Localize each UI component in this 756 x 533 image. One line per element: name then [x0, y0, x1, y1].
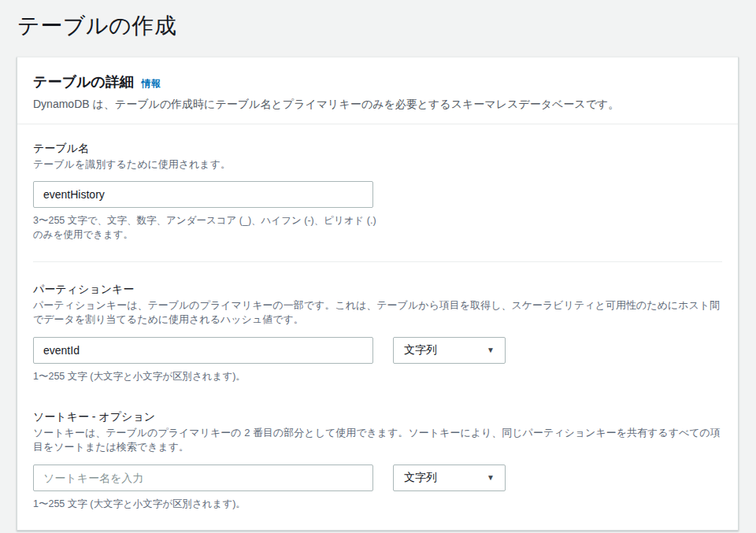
create-table-page: テーブルの作成 テーブルの詳細 情報 DynamoDB は、テーブルの作成時にテ… [0, 0, 756, 533]
sort-key-type-value: 文字列 [404, 471, 437, 485]
table-name-description: テーブルを識別するために使用されます。 [33, 157, 722, 172]
panel-body: テーブル名 テーブルを識別するために使用されます。 3〜255 文字で、文字、数… [17, 124, 738, 530]
sort-key-type-select[interactable]: 文字列 ▼ [393, 465, 506, 491]
partition-key-type-value: 文字列 [404, 343, 437, 357]
chevron-down-icon: ▼ [487, 346, 495, 354]
sort-key-field-group: ソートキー - オプション ソートキーは、テーブルのプライマリキーの 2 番目の… [33, 409, 722, 511]
sort-key-constraint: 1〜255 文字 (大文字と小文字が区別されます)。 [33, 497, 386, 511]
table-name-field-group: テーブル名 テーブルを識別するために使用されます。 3〜255 文字で、文字、数… [33, 140, 722, 242]
section-divider [33, 261, 722, 262]
table-name-input[interactable] [33, 181, 373, 208]
chevron-down-icon: ▼ [487, 474, 495, 482]
page-title: テーブルの作成 [0, 0, 756, 41]
sort-key-label: ソートキー - オプション [33, 409, 722, 424]
partition-key-type-select[interactable]: 文字列 ▼ [393, 337, 506, 364]
panel-title: テーブルの詳細 [33, 72, 134, 91]
table-name-label: テーブル名 [33, 140, 722, 156]
partition-key-constraint: 1〜255 文字 (大文字と小文字が区別されます)。 [33, 369, 386, 383]
partition-key-description: パーティションキーは、テーブルのプライマリキーの一部です。これは、テーブルから項… [33, 298, 722, 327]
table-name-constraint: 3〜255 文字で、文字、数字、アンダースコア (_)、ハイフン (-)、ピリオ… [33, 213, 386, 242]
panel-description: DynamoDB は、テーブルの作成時にテーブル名とプライマリキーのみを必要とす… [33, 96, 722, 112]
info-link[interactable]: 情報 [142, 77, 161, 91]
table-details-panel: テーブルの詳細 情報 DynamoDB は、テーブルの作成時にテーブル名とプライ… [17, 57, 739, 531]
partition-key-label: パーティションキー [33, 281, 722, 297]
partition-key-input[interactable] [33, 337, 373, 364]
sort-key-input[interactable] [33, 465, 373, 491]
panel-header: テーブルの詳細 情報 DynamoDB は、テーブルの作成時にテーブル名とプライ… [17, 57, 738, 124]
sort-key-description: ソートキーは、テーブルのプライマリキーの 2 番目の部分として使用できます。ソー… [33, 426, 722, 454]
partition-key-field-group: パーティションキー パーティションキーは、テーブルのプライマリキーの一部です。こ… [33, 281, 722, 383]
